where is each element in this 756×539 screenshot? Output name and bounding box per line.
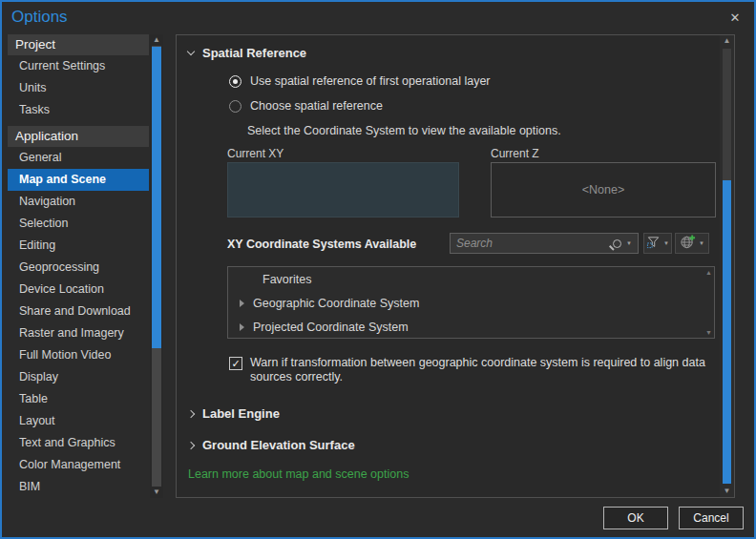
coordinate-search-box: ▼ [450,233,639,254]
current-xy-label: Current XY [227,147,284,160]
radio-unselected-icon [229,100,242,113]
sidebar-item-selection[interactable]: Selection [8,213,149,235]
label-engine-title: Label Engine [202,406,280,421]
chevron-right-icon [187,441,195,448]
radio-use-first-layer[interactable]: Use spatial reference of first operation… [229,74,491,88]
list-item-geographic-coordinate-system[interactable]: Geographic Coordinate System [228,291,714,315]
chevron-right-icon [187,409,195,417]
warn-transformation-row: ✓ Warn if transformation between geograp… [229,356,716,384]
filter-button[interactable]: ▼ [643,233,672,254]
current-z-label: Current Z [491,147,539,160]
globe-add-icon [680,234,696,253]
content-scrollbar[interactable]: ▲ ▼ [720,35,734,497]
sidebar-item-full-motion-video[interactable]: Full Motion Video [8,344,149,366]
current-xy-box[interactable] [227,162,459,218]
sidebar-group-project: Project [8,34,149,55]
sidebar-item-table[interactable]: Table [8,388,149,410]
spatial-reference-title: Spatial Reference [202,46,306,60]
ok-button[interactable]: OK [603,507,668,529]
ground-elevation-expander[interactable]: Ground Elevation Surface [188,438,355,452]
current-z-value: <None> [582,183,624,197]
label-engine-expander[interactable]: Label Engine [188,406,280,421]
filter-dropdown-icon: ▼ [663,240,669,246]
search-input[interactable] [456,237,608,250]
scroll-up-icon[interactable]: ▲ [720,35,734,47]
warn-checkbox[interactable]: ✓ [229,357,242,370]
sidebar-item-share-and-download[interactable]: Share and Download [8,301,149,322]
sidebar-item-geoprocessing[interactable]: Geoprocessing [8,257,149,279]
add-coordinate-system-button[interactable]: ▼ [675,233,709,254]
xy-available-label: XY Coordinate Systems Available [227,238,416,251]
sidebar-item-general[interactable]: General [8,147,149,169]
sidebar-item-map-and-scene[interactable]: Map and Scene [8,169,149,191]
radio-choose-label: Choose spatial reference [250,99,383,113]
globe-dropdown-icon: ▼ [699,240,704,246]
sidebar-item-device-location[interactable]: Device Location [8,279,149,301]
sidebar-item-display[interactable]: Display [8,366,149,388]
list-scroll-down-icon[interactable]: ▼ [705,329,712,336]
ground-elevation-title: Ground Elevation Surface [202,438,355,452]
sidebar-group-application: Application [8,126,149,147]
close-icon: ✕ [730,10,741,25]
list-scroll-up-icon[interactable]: ▲ [705,269,712,276]
sidebar-scrollbar[interactable]: ▲ ▼ [150,34,163,498]
radio-use-first-layer-label: Use spatial reference of first operation… [250,74,491,88]
cancel-button[interactable]: Cancel [679,507,744,529]
sidebar-item-current-settings[interactable]: Current Settings [8,55,149,77]
close-button[interactable]: ✕ [724,7,746,28]
sidebar-item-raster-and-imagery[interactable]: Raster and Imagery [8,322,149,344]
list-item-projected-coordinate-system[interactable]: Projected Coordinate System [228,315,714,339]
expand-right-icon[interactable] [240,323,244,331]
sidebar-scrollbar-thumb[interactable] [152,47,161,348]
filter-icon [646,235,661,253]
search-dropdown-icon[interactable]: ▼ [626,240,632,246]
sidebar-item-tasks[interactable]: Tasks [8,99,149,121]
learn-more-link[interactable]: Learn more about map and scene options [188,467,409,481]
spatial-reference-expander[interactable]: Spatial Reference [188,46,306,60]
scroll-down-icon[interactable]: ▼ [150,487,163,498]
checkmark-icon: ✓ [231,357,240,371]
options-content-panel: Spatial Reference Use spatial reference … [176,34,735,498]
sidebar-item-editing[interactable]: Editing [8,235,149,257]
scroll-up-icon[interactable]: ▲ [150,34,163,46]
sidebar-item-navigation[interactable]: Navigation [8,191,149,213]
options-dialog: Options ✕ Project Current Settings Units… [0,0,756,539]
dialog-title: Options [11,8,68,27]
list-item-favorites[interactable]: Favorites [228,267,714,291]
content-scrollbar-thumb[interactable] [723,180,731,484]
current-z-box[interactable]: <None> [491,162,716,218]
warn-checkbox-label: Warn if transformation between geographi… [250,356,710,384]
sidebar-item-units[interactable]: Units [8,77,149,99]
sidebar-item-color-management[interactable]: Color Management [8,454,149,476]
radio-choose-spatial-reference[interactable]: Choose spatial reference [229,99,383,113]
coordinate-system-hint: Select the Coordinate System to view the… [247,124,561,137]
sidebar-item-text-and-graphics[interactable]: Text and Graphics [8,432,149,454]
sidebar-item-layout[interactable]: Layout [8,410,149,432]
scroll-down-icon[interactable]: ▼ [720,486,734,497]
search-icon[interactable] [613,239,621,248]
radio-selected-icon [229,75,242,88]
expand-right-icon[interactable] [240,300,244,307]
sidebar-item-bim[interactable]: BIM [8,476,149,498]
coordinate-systems-list: Favorites Geographic Coordinate System P… [227,266,715,339]
chevron-down-icon [187,48,195,55]
settings-sidebar: Project Current Settings Units Tasks App… [8,34,149,498]
